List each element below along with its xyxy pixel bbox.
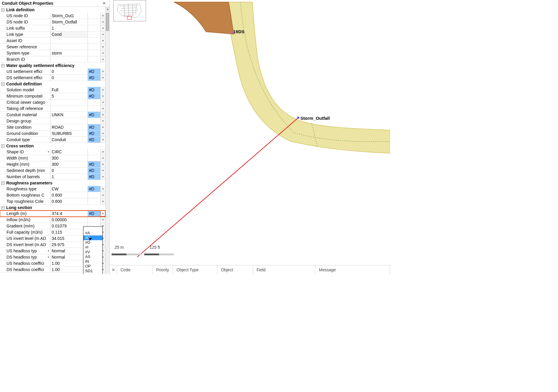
dropdown-item[interactable]: SD1: [83, 269, 102, 273]
property-value[interactable]: 29.975: [50, 242, 88, 248]
dropdown-item[interactable]: IN: [83, 259, 102, 264]
property-value[interactable]: 0: [50, 68, 88, 74]
col-priority[interactable]: Priority: [153, 265, 173, 274]
group-header[interactable]: −Conduit definition: [0, 81, 105, 87]
property-value[interactable]: SUBURBS: [50, 130, 88, 136]
tag-dropdown-icon[interactable]: ▼: [100, 211, 105, 216]
property-value[interactable]: 0: [50, 75, 88, 81]
col-code[interactable]: Code: [117, 265, 153, 274]
property-value[interactable]: Conduit: [50, 137, 88, 143]
property-value[interactable]: 5: [50, 93, 88, 99]
property-value[interactable]: Normal: [50, 254, 88, 260]
tag-dropdown-icon[interactable]: ▼: [100, 155, 105, 161]
col-object[interactable]: Object: [218, 265, 253, 274]
panel-scrollbar[interactable]: ▲: [105, 7, 110, 274]
overview-viewport-rect[interactable]: [127, 16, 132, 20]
property-value[interactable]: 0.115: [50, 229, 88, 235]
tag-dropdown-icon[interactable]: ▼: [100, 137, 105, 143]
overview-panel[interactable]: [113, 0, 146, 21]
col-object-type[interactable]: Object Type: [173, 265, 218, 274]
group-header[interactable]: −Cross section: [0, 143, 105, 149]
property-value[interactable]: Storm_Outfall: [50, 19, 88, 25]
group-header[interactable]: −Roughness parameters: [0, 180, 105, 186]
label-dropdown-icon[interactable]: ▾: [47, 254, 50, 260]
property-value[interactable]: 0.01079: [50, 223, 88, 229]
property-value[interactable]: 300: [50, 155, 88, 161]
collapse-icon[interactable]: −: [1, 64, 4, 67]
tag-dropdown-icon[interactable]: ▼: [100, 87, 105, 93]
dropdown-item[interactable]: #V: [83, 250, 102, 254]
collapse-icon[interactable]: −: [1, 206, 4, 209]
close-icon[interactable]: ✕: [101, 1, 108, 6]
tag-dropdown-icon[interactable]: ▼: [100, 174, 105, 180]
collapse-icon[interactable]: −: [1, 181, 4, 185]
tag-dropdown-icon[interactable]: ▼: [100, 93, 105, 99]
tag-dropdown-icon[interactable]: ▼: [100, 149, 105, 155]
tag-dropdown-icon[interactable]: ▼: [100, 118, 105, 124]
property-value[interactable]: ROAD: [50, 124, 88, 130]
map-canvas[interactable]: 19DS Storm_Outfall 25 m 125 ft: [110, 0, 390, 265]
property-value[interactable]: 1: [50, 25, 88, 31]
tag-dropdown-icon[interactable]: ▼: [100, 19, 105, 25]
scroll-up-icon[interactable]: ▲: [106, 7, 110, 11]
col-field[interactable]: Field: [253, 265, 316, 274]
dropdown-item[interactable]: #I: [83, 245, 102, 250]
dropdown-item[interactable]: OP: [83, 264, 102, 269]
tag-dropdown-icon[interactable]: ▼: [100, 25, 105, 31]
property-value[interactable]: 0: [50, 168, 88, 173]
tag-dropdown-icon[interactable]: ▼: [100, 44, 105, 50]
label-dropdown-icon[interactable]: ▾: [47, 149, 50, 155]
tag-dropdown-icon[interactable]: ▼: [100, 13, 105, 19]
tag-dropdown-icon[interactable]: ▼: [100, 56, 105, 62]
group-header[interactable]: −Long section: [0, 205, 105, 211]
property-value[interactable]: Full: [50, 87, 88, 93]
tag-dropdown-icon[interactable]: ▼: [100, 130, 105, 136]
tag-dropdown-icon[interactable]: ▼: [100, 217, 105, 223]
tag-dropdown-icon[interactable]: ▼: [100, 68, 105, 74]
dropdown-item[interactable]: #A: [83, 231, 102, 235]
tag-dropdown-icon[interactable]: ▼: [100, 99, 105, 105]
tag-dropdown-icon[interactable]: ▼: [100, 31, 105, 37]
dropdown-item[interactable]: [83, 227, 102, 231]
property-value[interactable]: 374.4: [50, 211, 88, 216]
property-value[interactable]: [50, 44, 88, 50]
property-value[interactable]: 1: [50, 174, 88, 180]
map-node-19ds[interactable]: [231, 31, 233, 33]
dropdown-item[interactable]: #G: [83, 240, 102, 245]
property-value[interactable]: 0.600: [50, 192, 88, 198]
property-value[interactable]: [50, 99, 88, 105]
tag-dropdown-icon[interactable]: ▼: [100, 124, 105, 130]
label-dropdown-icon[interactable]: ▾: [47, 248, 50, 254]
tag-dropdown-icon[interactable]: ▼: [100, 161, 105, 167]
map-node-outfall[interactable]: [297, 117, 299, 119]
tag-dropdown-icon[interactable]: ▼: [100, 168, 105, 173]
dropdown-item[interactable]: SD3: [83, 273, 102, 274]
group-header[interactable]: −Water quality settlement efficiency: [0, 63, 105, 68]
tag-dropdown-icon[interactable]: ▼: [100, 192, 105, 198]
tag-dropdown-icon[interactable]: ▼: [100, 186, 105, 192]
property-value[interactable]: [50, 56, 88, 62]
property-value[interactable]: 34.015: [50, 235, 88, 241]
group-header[interactable]: −Link definition: [0, 7, 105, 13]
close-bottom-icon[interactable]: ✕: [110, 265, 117, 274]
scroll-thumb[interactable]: [106, 13, 109, 31]
property-value[interactable]: [50, 118, 88, 124]
property-value[interactable]: 300: [50, 161, 88, 167]
property-value[interactable]: CW: [50, 186, 88, 192]
property-value[interactable]: 1.00: [50, 267, 88, 273]
property-value[interactable]: Cond: [50, 31, 88, 37]
tag-dropdown-icon[interactable]: ▼: [100, 198, 105, 204]
property-value[interactable]: [50, 106, 88, 111]
property-value[interactable]: Storm_Out1: [50, 13, 88, 19]
property-value[interactable]: 0.00000: [50, 217, 88, 223]
property-value[interactable]: Normal: [50, 248, 88, 254]
property-value[interactable]: [50, 38, 88, 44]
tag-dropdown-icon[interactable]: ▼: [100, 75, 105, 81]
collapse-icon[interactable]: −: [1, 144, 4, 148]
dropdown-item[interactable]: AS: [83, 254, 102, 259]
dropdown-item[interactable]: #D: [83, 235, 102, 240]
property-value[interactable]: CIRC: [50, 149, 88, 155]
tag-dropdown-popup[interactable]: #A#D#G#I#VASINOPSD1SD3: [83, 226, 103, 274]
property-value[interactable]: UNKN: [50, 112, 88, 118]
property-value[interactable]: storm: [50, 50, 88, 56]
